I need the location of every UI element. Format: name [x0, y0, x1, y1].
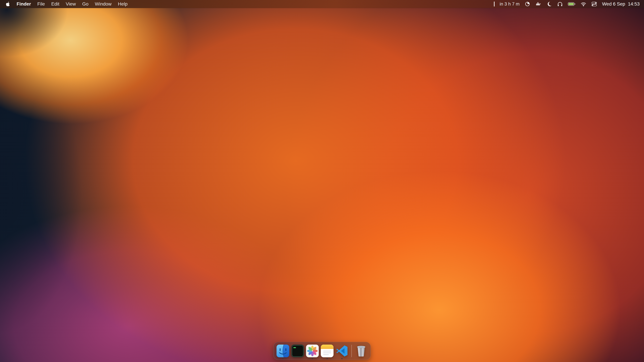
finder-icon: [276, 345, 289, 357]
menu-item-help[interactable]: Help: [115, 0, 131, 8]
dock-panel: [273, 342, 371, 360]
wifi-icon[interactable]: [580, 0, 586, 8]
focus-moon-icon[interactable]: [546, 0, 552, 8]
menu-bar-status: in 3 h 7 m: [494, 0, 644, 8]
dock-item-notes[interactable]: [320, 343, 334, 360]
dock-item-vscode[interactable]: [334, 343, 349, 360]
desktop-wallpaper: [0, 0, 644, 362]
menu-item-view[interactable]: View: [62, 0, 79, 8]
running-indicator: [326, 358, 328, 359]
headphones-icon[interactable]: [557, 0, 563, 8]
notes-icon: [321, 345, 334, 357]
running-indicator: [312, 358, 313, 359]
menu-item-file[interactable]: File: [34, 0, 48, 8]
menu-bar-clock[interactable]: Wed 6 Sep 14:53: [602, 1, 640, 7]
running-indicator: [341, 358, 342, 359]
menu-bar-left: Finder File Edit View Go Window Help: [0, 0, 131, 8]
control-center-icon[interactable]: [591, 0, 597, 8]
dock-item-trash[interactable]: [354, 343, 368, 360]
menu-item-edit[interactable]: Edit: [48, 0, 62, 8]
menu-item-go[interactable]: Go: [79, 0, 92, 8]
clock-date: Wed 6 Sep: [602, 1, 625, 7]
status-separator-icon: [494, 1, 494, 6]
apple-logo-icon: [6, 1, 10, 6]
menu-bar: Finder File Edit View Go Window Help in …: [0, 0, 644, 8]
dock: [273, 342, 371, 360]
dock-item-terminal[interactable]: [290, 343, 305, 360]
apple-menu[interactable]: [0, 0, 14, 8]
status-timer-text[interactable]: in 3 h 7 m: [500, 1, 520, 7]
clock-time: 14:53: [628, 1, 640, 7]
terminal-icon: [291, 345, 304, 357]
photos-icon: [306, 345, 319, 357]
timer-pie-icon[interactable]: [524, 0, 530, 8]
desktop: Finder File Edit View Go Window Help in …: [0, 0, 644, 362]
trash-icon: [355, 345, 368, 357]
menu-item-window[interactable]: Window: [92, 0, 115, 8]
docker-whale-icon[interactable]: [535, 0, 541, 8]
menu-app-name[interactable]: Finder: [14, 0, 34, 8]
dock-separator: [351, 345, 352, 357]
running-indicator: [282, 358, 284, 359]
dock-item-photos[interactable]: [305, 343, 320, 360]
dock-item-finder[interactable]: [276, 343, 290, 360]
vscode-icon: [336, 345, 348, 357]
battery-icon[interactable]: [568, 0, 576, 8]
